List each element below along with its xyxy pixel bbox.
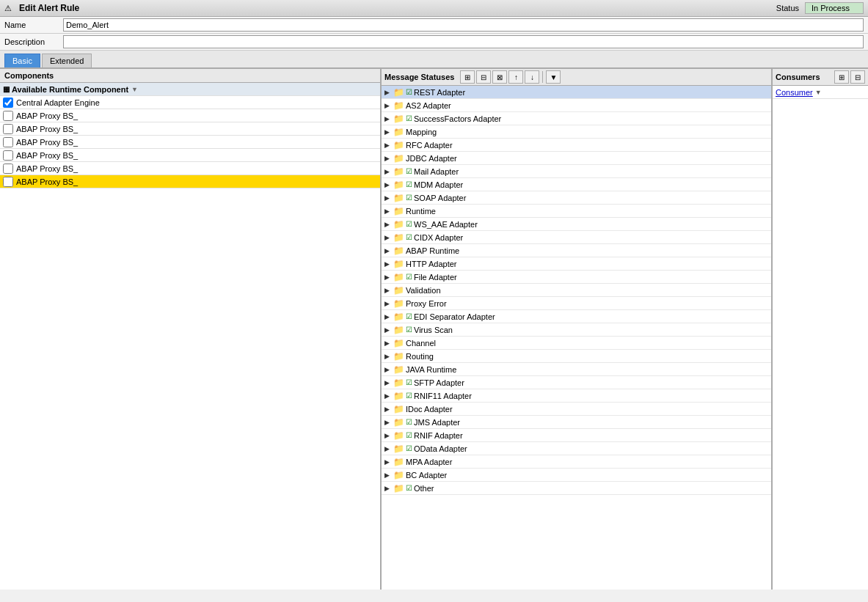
tree-arrow-edi[interactable]: ▶ [384,313,392,320]
tree-arrow-validation[interactable]: ▶ [384,287,392,294]
component-central-checkbox[interactable] [3,98,13,108]
component-abap6-checkbox[interactable] [3,177,13,187]
status-row-file[interactable]: ▶📁☑File Adapter [382,271,771,284]
status-row-bc[interactable]: ▶📁BC Adapter [382,469,771,482]
tree-arrow-jdbc[interactable]: ▶ [384,155,392,162]
consumer-link-consumer1[interactable]: Consumer [776,88,813,97]
tree-arrow-virusscan[interactable]: ▶ [384,326,392,334]
tree-arrow-other[interactable]: ▶ [384,485,392,492]
component-abap3-checkbox[interactable] [3,137,13,147]
status-row-validation[interactable]: ▶📁Validation [382,284,771,297]
tree-arrow-java[interactable]: ▶ [384,366,392,373]
status-row-channel[interactable]: ▶📁Channel [382,337,771,350]
status-row-cidx[interactable]: ▶📁☑CIDX Adapter [382,231,771,244]
status-row-rnif[interactable]: ▶📁☑RNIF Adapter [382,429,771,442]
component-abap5[interactable]: ABAP Proxy BS_ [0,162,380,175]
tree-arrow-mpa[interactable]: ▶ [384,458,392,466]
toolbar-expand-all[interactable]: ⊞ [460,70,475,84]
component-abap5-checkbox[interactable] [3,164,13,174]
status-row-mapping[interactable]: ▶📁Mapping [382,125,771,139]
tree-arrow-mdm[interactable]: ▶ [384,181,392,188]
tree-arrow-rnif11[interactable]: ▶ [384,392,392,400]
toolbar-collapse-all[interactable]: ⊟ [476,70,491,84]
tree-arrow-rest[interactable]: ▶ [384,89,392,96]
folder-icon-rnif11: 📁 [393,391,404,401]
status-label-proxyerror: Proxy Error [406,299,447,308]
status-row-mpa[interactable]: ▶📁MPA Adapter [382,455,771,469]
tree-arrow-proxyerror[interactable]: ▶ [384,300,392,307]
tree-arrow-sftp[interactable]: ▶ [384,379,392,386]
status-row-wsaae[interactable]: ▶📁☑WS_AAE Adapter [382,218,771,231]
tree-arrow-odata[interactable]: ▶ [384,445,392,452]
status-row-mail[interactable]: ▶📁☑Mail Adapter [382,165,771,178]
component-abap1[interactable]: ABAP Proxy BS_ [0,109,380,122]
tree-arrow-runtime[interactable]: ▶ [384,208,392,215]
status-row-proxyerror[interactable]: ▶📁Proxy Error [382,297,771,310]
tree-arrow-http[interactable]: ▶ [384,260,392,268]
tree-arrow-success[interactable]: ▶ [384,115,392,122]
status-row-success[interactable]: ▶📁☑SuccessFactors Adapter [382,112,771,125]
status-row-other[interactable]: ▶📁☑Other [382,482,771,495]
tree-arrow-channel[interactable]: ▶ [384,339,392,347]
component-abap3[interactable]: ABAP Proxy BS_ [0,136,380,149]
tree-arrow-mail[interactable]: ▶ [384,168,392,175]
status-row-rnif11[interactable]: ▶📁☑RNIF11 Adapter [382,389,771,403]
tree-arrow-wsaae[interactable]: ▶ [384,221,392,228]
tab-extended[interactable]: Extended [42,54,92,67]
status-row-http[interactable]: ▶📁HTTP Adapter [382,257,771,271]
tree-arrow-abapruntime[interactable]: ▶ [384,247,392,254]
tab-basic[interactable]: Basic [4,54,40,67]
tree-arrow-soap[interactable]: ▶ [384,194,392,202]
name-label: Name [4,21,63,29]
status-row-sftp[interactable]: ▶📁☑SFTP Adapter [382,376,771,389]
component-central[interactable]: Central Adapter Engine [0,96,380,109]
check-icon-rnif11: ☑ [406,392,412,400]
status-row-soap[interactable]: ▶📁☑SOAP Adapter [382,191,771,205]
tree-arrow-jms[interactable]: ▶ [384,419,392,426]
component-abap6[interactable]: ABAP Proxy BS_ [0,175,380,188]
status-row-rfc[interactable]: ▶📁RFC Adapter [382,139,771,152]
status-row-mdm[interactable]: ▶📁☑MDM Adapter [382,178,771,191]
component-abap2[interactable]: ABAP Proxy BS_ [0,122,380,136]
tree-arrow-file[interactable]: ▶ [384,274,392,281]
component-abap1-checkbox[interactable] [3,111,13,121]
tree-arrow-routing[interactable]: ▶ [384,353,392,360]
status-row-odata[interactable]: ▶📁☑OData Adapter [382,442,771,455]
check-icon-virusscan: ☑ [406,326,412,334]
tree-arrow-bc[interactable]: ▶ [384,471,392,479]
consumers-btn1[interactable]: ⊞ [834,70,849,84]
component-abap4[interactable]: ABAP Proxy BS_ [0,149,380,162]
status-label-mpa: MPA Adapter [406,458,452,466]
tree-arrow-mapping[interactable]: ▶ [384,128,392,136]
folder-icon-file: 📁 [393,272,404,282]
status-label-as2: AS2 Adapter [406,101,451,110]
tree-arrow-rnif[interactable]: ▶ [384,432,392,439]
consumers-btn2[interactable]: ⊟ [850,70,865,84]
status-row-edi[interactable]: ▶📁☑EDI Separator Adapter [382,310,771,323]
name-input[interactable] [63,18,864,32]
tree-arrow-cidx[interactable]: ▶ [384,234,392,241]
tree-arrow-as2[interactable]: ▶ [384,102,392,109]
tree-arrow-rfc[interactable]: ▶ [384,142,392,149]
toolbar-btn-up[interactable]: ↑ [508,70,523,84]
status-row-java[interactable]: ▶📁JAVA Runtime [382,363,771,376]
component-abap2-checkbox[interactable] [3,124,13,134]
status-row-jdbc[interactable]: ▶📁JDBC Adapter [382,152,771,165]
component-abap4-checkbox[interactable] [3,150,13,161]
components-available-header[interactable]: ▦ Available Runtime Component ▼ [0,83,380,96]
status-label-sftp: SFTP Adapter [414,378,464,387]
folder-icon-java: 📁 [393,364,404,375]
status-row-jms[interactable]: ▶📁☑JMS Adapter [382,416,771,429]
status-row-routing[interactable]: ▶📁Routing [382,350,771,363]
status-row-idoc[interactable]: ▶📁IDoc Adapter [382,403,771,416]
status-row-as2[interactable]: ▶📁AS2 Adapter [382,99,771,112]
status-row-rest[interactable]: ▶📁☑REST Adapter [382,86,771,99]
toolbar-btn3[interactable]: ⊠ [492,70,507,84]
tree-arrow-idoc[interactable]: ▶ [384,405,392,413]
description-input[interactable] [63,35,864,48]
status-row-virusscan[interactable]: ▶📁☑Virus Scan [382,323,771,337]
status-row-runtime[interactable]: ▶📁Runtime [382,205,771,218]
status-row-abapruntime[interactable]: ▶📁ABAP Runtime [382,244,771,257]
toolbar-btn-down[interactable]: ↓ [525,70,539,84]
toolbar-filter[interactable]: ▼ [546,70,561,84]
